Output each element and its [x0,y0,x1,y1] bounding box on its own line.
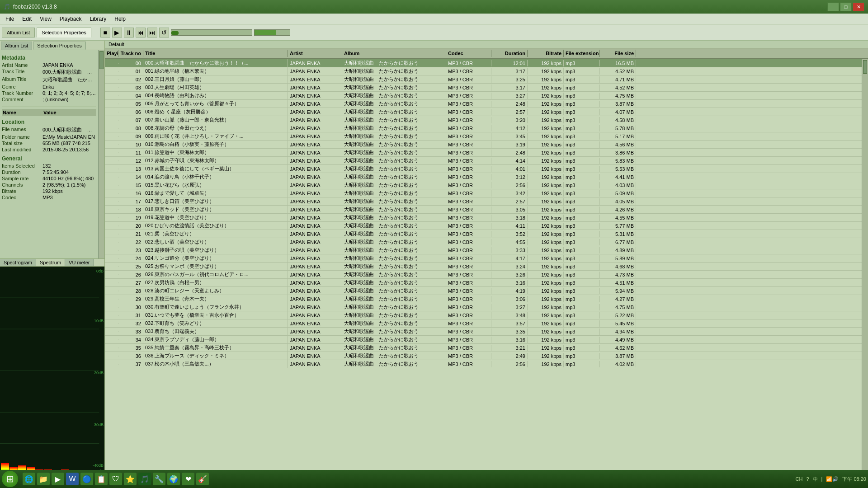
default-playlist-tab[interactable]: Default [105,41,868,48]
col-header-trackno[interactable]: Track no [118,50,143,57]
playlist-row[interactable]: 17017.悲しき口笛（美空ひばり）JAPAN ENKA大昭和歌謡曲 たからかに… [105,197,862,206]
playlist-scroll-thumb[interactable] [863,60,867,74]
start-button[interactable]: ⊞ [2,471,18,487]
playlist-body: 00000.大昭和歌謡曲 たからかに歌おう！！（...JAPAN ENKA大昭和… [105,59,862,474]
playlist-row[interactable]: 04004.長崎物語（由利あけみ）JAPAN ENKA大昭和歌謡曲 たからかに歌… [105,92,862,100]
playlist-row[interactable]: 12012.赤城の子守唄（東海林太郎）JAPAN ENKA大昭和歌謡曲 たからか… [105,157,862,165]
close-button[interactable]: ✕ [853,2,864,11]
playlist-row[interactable]: 23023.越後獅子の唄（美空ひばり）JAPAN ENKA大昭和歌謡曲 たからか… [105,246,862,254]
scroll-thumb[interactable] [99,51,104,69]
playlist-row[interactable]: 10010.潮島の白椿（小坂実・藤原亮子）JAPAN ENKA大昭和歌謡曲 たか… [105,141,862,149]
titlebar-left: 🎵 foobar2000 v1.3.8 [4,4,57,10]
playlist-row[interactable]: 25025.お祭りマンボ（美空ひばり）JAPAN ENKA大昭和歌謡曲 たからか… [105,263,862,271]
left-scrollbar[interactable] [98,50,104,258]
seek-bar[interactable] [171,29,252,36]
album-list-tab[interactable]: Album List [2,28,35,38]
taskbar-icon-10[interactable]: 🔧 [153,473,165,485]
playlist-row[interactable]: 21021.柔（美空ひばり）JAPAN ENKA大昭和歌謡曲 たからかに歌おうM… [105,230,862,238]
playlist-row[interactable]: 33033.農育ち（田端義夫）JAPAN ENKA大昭和歌謡曲 たからかに歌おう… [105,328,862,336]
playlist-row[interactable]: 20020.ひばりの佐渡情話（美空ひばり）JAPAN ENKA大昭和歌謡曲 たか… [105,222,862,230]
col-header-artist[interactable]: Artist [288,50,342,57]
playlist-cell: mp3 [564,141,600,148]
playlist-row[interactable]: 01001.緑の地平線（楠木繁夫）JAPAN ENKA大昭和歌謡曲 たからかに歌… [105,67,862,75]
selection-properties-tab[interactable]: Selection Properties [37,28,91,38]
taskbar-explorer[interactable]: 📁 [37,473,50,485]
playlist-row[interactable]: 27027.次男坊鴉（白根一男）JAPAN ENKA大昭和歌謡曲 たからかに歌お… [105,279,862,287]
col-header-filesize[interactable]: File size [600,50,636,57]
playlist-row[interactable]: 29029.高校三年生（舟木一夫）JAPAN ENKA大昭和歌謡曲 たからかに歌… [105,295,862,303]
pause-button[interactable]: ⏸ [124,28,134,38]
taskbar-foobar[interactable]: 🎵 [138,473,151,485]
playlist-row[interactable]: 19019.花笠道中（美空ひばり）JAPAN ENKA大昭和歌謡曲 たからかに歌… [105,214,862,222]
col-header-bitrate[interactable]: Bitrate [528,50,564,57]
taskbar-icon-7[interactable]: 🛡 [109,473,122,485]
playlist-row[interactable]: 22022.悲しい酒（美空ひばり）JAPAN ENKA大昭和歌謡曲 たからかに歌… [105,238,862,246]
playlist-row[interactable]: 35035.純情二重奏（霧島昇・高峰三枝子）JAPAN ENKA大昭和歌謡曲 た… [105,344,862,352]
vu-meter-tab[interactable]: VU meter [65,259,94,266]
playlist-row[interactable]: 03003.人生劇場（村田英雄）JAPAN ENKA大昭和歌謡曲 たからかに歌お… [105,84,862,92]
playlist-row[interactable]: 34034.東京ラプソディ（藤山一郎）JAPAN ENKA大昭和歌謡曲 たからか… [105,336,862,344]
menu-edit[interactable]: Edit [19,15,35,23]
menu-view[interactable]: View [36,15,55,23]
taskbar-icon-12[interactable]: ❤ [182,473,194,485]
taskbar-icon-8[interactable]: ⭐ [124,473,137,485]
volume-bar[interactable] [254,29,290,36]
taskbar-media[interactable]: ▶ [52,473,64,485]
menu-library[interactable]: Library [86,15,110,23]
playlist-row[interactable]: 37037.松の木小唄（三島敏夫...）JAPAN ENKA大昭和歌謡曲 たから… [105,360,862,368]
maximize-button[interactable]: □ [840,2,852,11]
panel-tabs: Album List Selection Properties [0,41,104,50]
col-header-codec[interactable]: Codec [446,50,491,57]
minimize-button[interactable]: ─ [827,2,839,11]
col-header-duration[interactable]: Duration [491,50,528,57]
playlist-row[interactable]: 24024.リンゴ追分（美空ひばり）JAPAN ENKA大昭和歌謡曲 たからかに… [105,254,862,263]
playlist-row[interactable]: 11011.旅笠道中（東海林太郎）JAPAN ENKA大昭和歌謡曲 たからかに歌… [105,149,862,157]
random-button[interactable]: ↺ [159,28,169,38]
playlist-row[interactable]: 28028.湊の町エレジー（天童よしみ）JAPAN ENKA大昭和歌謡曲 たから… [105,287,862,295]
playlist-row[interactable]: 00000.大昭和歌謡曲 たからかに歌おう！！（...JAPAN ENKA大昭和… [105,59,862,67]
playlist-row[interactable]: 32032.下町育ち（笑みどり）JAPAN ENKA大昭和歌謡曲 たからかに歌お… [105,319,862,328]
taskbar-ie[interactable]: 🌐 [23,473,35,485]
playlist-cell: 028.湊の町エレジー（天童よしみ） [143,287,288,295]
taskbar-word[interactable]: W [66,473,79,485]
playlist-cell: mp3 [564,328,600,335]
playlist-cell [105,331,118,332]
playlist-row[interactable]: 30030.有楽町で逢いましょう（フランク永井）JAPAN ENKA大昭和歌謡曲… [105,303,862,311]
prev-button[interactable]: ⏮ [136,28,146,38]
next-button[interactable]: ⏭ [147,28,157,38]
taskbar-chrome[interactable]: 🔵 [80,473,93,485]
taskbar-icon-6[interactable]: 📋 [95,473,108,485]
spectrogram-tab[interactable]: Spectrogram [0,259,36,266]
menu-help[interactable]: Help [111,15,129,23]
playlist-row[interactable]: 02002.三日月娘（藤山一郎）JAPAN ENKA大昭和歌謡曲 たからかに歌お… [105,75,862,84]
playlist-cell [105,274,118,275]
tab-album-list[interactable]: Album List [1,42,32,50]
playlist-row[interactable]: 26026.東京のバスガール（初代コロムビア・ロ...JAPAN ENKA大昭和… [105,271,862,279]
playlist-row[interactable]: 16016.骨まで愛して（城卓矢）JAPAN ENKA大昭和歌謡曲 たからかに歌… [105,189,862,197]
menu-playback[interactable]: Playback [56,15,85,23]
playlist-cell: MP3 / CBR [446,125,491,131]
col-header-album[interactable]: Album [342,50,446,57]
playlist-scrollbar[interactable] [862,59,868,474]
playlist-row[interactable]: 09009.雨に咲く花（井上ひろし・ファイブ・...JAPAN ENKA大昭和歌… [105,132,862,141]
play-button[interactable]: ▶ [112,28,122,38]
playlist-row[interactable]: 13013.南国土佐を後にして（ペギー葉山）JAPAN ENKA大昭和歌謡曲 た… [105,165,862,173]
taskbar-icon-13[interactable]: 🎸 [196,473,209,485]
playlist-row[interactable]: 15015.黒い花びら（水原弘）JAPAN ENKA大昭和歌謡曲 たからかに歌お… [105,181,862,189]
stop-button[interactable]: ■ [100,28,110,38]
playlist-row[interactable]: 07007.青い山脈（藤山一郎・奈良光枝）JAPAN ENKA大昭和歌謡曲 たか… [105,116,862,124]
playlist-row[interactable]: 05005.月がとっても青いから（菅原都々子）JAPAN ENKA大昭和歌謡曲 … [105,100,862,108]
col-header-ext[interactable]: File extension [564,50,600,57]
playlist-row[interactable]: 14014.涙の渡り鳥（小林千代子）JAPAN ENKA大昭和歌謡曲 たからかに… [105,173,862,181]
playlist-row[interactable]: 31031.いつでも夢を（橋幸夫・吉永小百合）JAPAN ENKA大昭和歌謡曲 … [105,311,862,319]
col-header-title[interactable]: Title [143,50,288,57]
taskbar-icon-11[interactable]: 🌍 [167,473,180,485]
playlist-row[interactable]: 36036.上海ブルース（ディック・ミネ）JAPAN ENKA大昭和歌謡曲 たか… [105,352,862,360]
playlist-row[interactable]: 06006.燈め く星座（灰田勝彦）JAPAN ENKA大昭和歌謡曲 たからかに… [105,108,862,116]
tab-selection-props[interactable]: Selection Properties [33,42,85,50]
playlist-row[interactable]: 18018.東京キッド（美空ひばり）JAPAN ENKA大昭和歌謡曲 たからかに… [105,206,862,214]
playlist-row[interactable]: 08008.花街の母（金田たつえ）JAPAN ENKA大昭和歌謡曲 たからかに歌… [105,124,862,132]
playlist-cell [105,291,118,291]
spectrum-tab[interactable]: Spectrum [36,259,65,266]
menu-file[interactable]: File [2,15,18,23]
